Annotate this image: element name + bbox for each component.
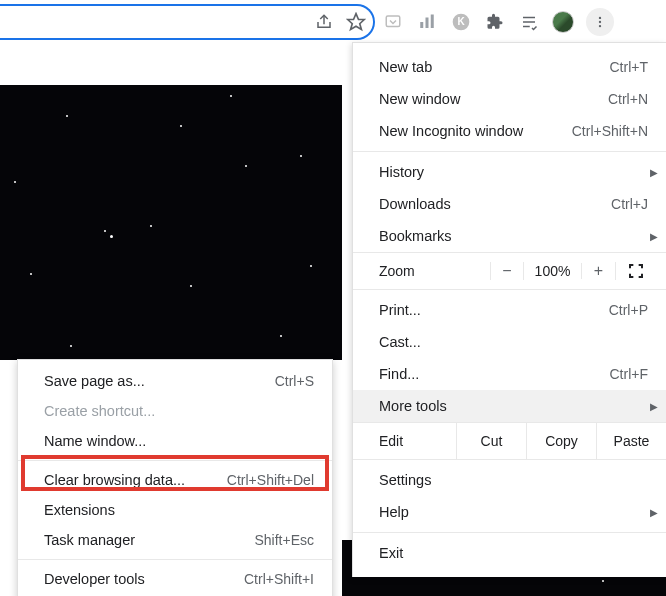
menu-item-cast[interactable]: Cast... (353, 326, 666, 358)
chevron-right-icon: ▶ (650, 231, 658, 242)
svg-rect-2 (420, 22, 423, 28)
omnibox[interactable] (0, 4, 375, 40)
menu-edit-row: Edit Cut Copy Paste (353, 422, 666, 460)
svg-text:K: K (457, 16, 465, 27)
profile-avatar[interactable] (552, 11, 574, 33)
svg-rect-3 (426, 18, 429, 29)
main-menu: New tab Ctrl+T New window Ctrl+N New Inc… (352, 42, 666, 577)
menu-item-history[interactable]: History ▶ (353, 156, 666, 188)
zoom-label: Zoom (379, 263, 490, 279)
submenu-label: Extensions (44, 502, 115, 518)
svg-point-10 (599, 17, 601, 19)
submenu-item-task-manager[interactable]: Task manager Shift+Esc (18, 525, 332, 555)
extension-analytics-icon[interactable] (416, 11, 438, 33)
chevron-right-icon: ▶ (650, 167, 658, 178)
submenu-label: Name window... (44, 433, 146, 449)
submenu-label: Task manager (44, 532, 135, 548)
menu-label: Print... (379, 302, 421, 318)
svg-point-12 (599, 25, 601, 27)
menu-shortcut: Ctrl+N (608, 91, 648, 107)
submenu-label: Create shortcut... (44, 403, 155, 419)
menu-item-bookmarks[interactable]: Bookmarks ▶ (353, 220, 666, 252)
submenu-item-create-shortcut: Create shortcut... (18, 396, 332, 426)
menu-shortcut: Ctrl+F (610, 366, 649, 382)
browser-toolbar: K (382, 6, 614, 38)
menu-shortcut: Ctrl+J (611, 196, 648, 212)
chevron-right-icon: ▶ (650, 401, 658, 412)
fullscreen-button[interactable] (616, 263, 656, 279)
page-content-image (0, 85, 342, 360)
menu-label: Exit (379, 545, 403, 561)
svg-marker-0 (348, 14, 365, 30)
submenu-label: Clear browsing data... (44, 472, 185, 488)
menu-label: Bookmarks (379, 228, 452, 244)
edit-label: Edit (379, 433, 456, 449)
reading-list-icon[interactable] (518, 11, 540, 33)
svg-rect-1 (386, 16, 400, 27)
paste-button[interactable]: Paste (596, 423, 666, 459)
menu-label: Downloads (379, 196, 451, 212)
copy-button[interactable]: Copy (526, 423, 596, 459)
menu-label: Help (379, 504, 409, 520)
more-tools-submenu: Save page as... Ctrl+S Create shortcut..… (17, 359, 333, 596)
menu-shortcut: Ctrl+P (609, 302, 648, 318)
menu-label: New window (379, 91, 460, 107)
submenu-shortcut: Shift+Esc (254, 532, 314, 548)
extensions-puzzle-icon[interactable] (484, 11, 506, 33)
svg-rect-4 (431, 15, 434, 29)
submenu-item-save-page[interactable]: Save page as... Ctrl+S (18, 366, 332, 396)
menu-label: Settings (379, 472, 431, 488)
bookmark-star-icon[interactable] (345, 11, 367, 33)
extension-pocket-icon[interactable] (382, 11, 404, 33)
chevron-right-icon: ▶ (650, 507, 658, 518)
menu-item-new-tab[interactable]: New tab Ctrl+T (353, 51, 666, 83)
submenu-shortcut: Ctrl+S (275, 373, 314, 389)
submenu-shortcut: Ctrl+Shift+Del (227, 472, 314, 488)
menu-item-new-incognito[interactable]: New Incognito window Ctrl+Shift+N (353, 115, 666, 147)
menu-item-new-window[interactable]: New window Ctrl+N (353, 83, 666, 115)
submenu-item-developer-tools[interactable]: Developer tools Ctrl+Shift+I (18, 564, 332, 594)
menu-label: Find... (379, 366, 419, 382)
submenu-shortcut: Ctrl+Shift+I (244, 571, 314, 587)
menu-item-more-tools[interactable]: More tools ▶ (353, 390, 666, 422)
menu-label: Cast... (379, 334, 421, 350)
submenu-label: Developer tools (44, 571, 145, 587)
menu-label: More tools (379, 398, 447, 414)
menu-button[interactable] (586, 8, 614, 36)
menu-shortcut: Ctrl+T (610, 59, 649, 75)
menu-item-exit[interactable]: Exit (353, 537, 666, 569)
menu-zoom-row: Zoom − 100% + (353, 252, 666, 290)
cut-button[interactable]: Cut (456, 423, 526, 459)
svg-point-11 (599, 21, 601, 23)
menu-label: History (379, 164, 424, 180)
zoom-value: 100% (524, 263, 582, 279)
zoom-in-button[interactable]: + (582, 262, 616, 280)
menu-label: New Incognito window (379, 123, 523, 139)
submenu-item-clear-browsing-data[interactable]: Clear browsing data... Ctrl+Shift+Del (18, 465, 332, 495)
menu-label: New tab (379, 59, 432, 75)
menu-item-print[interactable]: Print... Ctrl+P (353, 294, 666, 326)
zoom-out-button[interactable]: − (490, 262, 524, 280)
extension-k-icon[interactable]: K (450, 11, 472, 33)
submenu-item-name-window[interactable]: Name window... (18, 426, 332, 456)
share-icon[interactable] (313, 11, 335, 33)
menu-shortcut: Ctrl+Shift+N (572, 123, 648, 139)
menu-item-settings[interactable]: Settings (353, 464, 666, 496)
submenu-label: Save page as... (44, 373, 145, 389)
submenu-item-extensions[interactable]: Extensions (18, 495, 332, 525)
menu-item-help[interactable]: Help ▶ (353, 496, 666, 528)
menu-item-find[interactable]: Find... Ctrl+F (353, 358, 666, 390)
menu-item-downloads[interactable]: Downloads Ctrl+J (353, 188, 666, 220)
